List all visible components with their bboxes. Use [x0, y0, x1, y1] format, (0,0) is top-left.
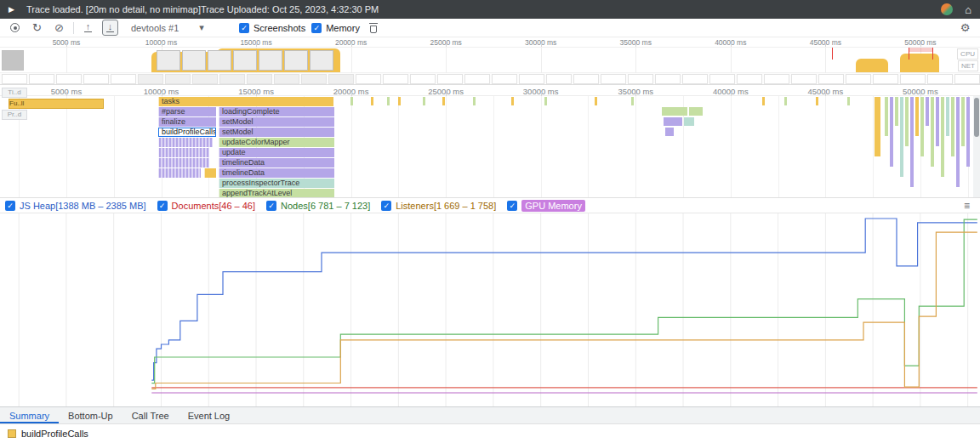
- activity-tick: [473, 97, 476, 105]
- flame-event-loadingcomplete[interactable]: loadingComplete: [219, 107, 334, 116]
- counter-item-gpu-memory: ✓GPU Memory: [507, 200, 585, 212]
- load-profile-button[interactable]: ↑: [80, 20, 96, 36]
- track-badge-1[interactable]: Fu..ll: [9, 99, 104, 109]
- filmstrip-frame[interactable]: [846, 74, 871, 84]
- overview-cpu-strip[interactable]: [0, 48, 980, 73]
- flame-gridline: [493, 96, 494, 197]
- filmstrip-frame[interactable]: [138, 74, 163, 84]
- flame-event-setmodel[interactable]: setModel: [219, 117, 334, 127]
- tab-bottom-up[interactable]: Bottom-Up: [59, 407, 122, 423]
- flame-event-block[interactable]: [158, 168, 201, 178]
- filmstrip-frame[interactable]: [791, 74, 817, 84]
- memory-checkbox[interactable]: ✓ Memory: [311, 23, 360, 33]
- timeline-overview[interactable]: 5000 ms10000 ms15000 ms20000 ms25000 ms3…: [0, 37, 980, 85]
- flame-event-tasks[interactable]: tasks: [158, 97, 333, 106]
- flame-event-parse[interactable]: #parse: [158, 107, 216, 116]
- flame-event-block[interactable]: [158, 148, 209, 157]
- filmstrip-frame[interactable]: [437, 74, 463, 84]
- filmstrip-frame[interactable]: [900, 74, 926, 84]
- filmstrip-frame[interactable]: [219, 74, 245, 84]
- counter-checkbox-listeners[interactable]: ✓: [381, 201, 391, 211]
- flame-event-block[interactable]: [158, 138, 213, 147]
- counter-checkbox-js-heap[interactable]: ✓: [5, 201, 15, 211]
- flame-event-block[interactable]: [204, 168, 216, 178]
- counter-checkbox-gpu-memory[interactable]: ✓: [507, 201, 517, 211]
- flame-event-setmodel[interactable]: setModel: [219, 128, 334, 137]
- flame-gridline: [541, 96, 542, 197]
- filmstrip-frame[interactable]: [301, 74, 327, 84]
- filmstrip-frame[interactable]: [519, 74, 544, 84]
- filmstrip-frame[interactable]: [2, 74, 27, 84]
- history-select[interactable]: devtools #1 ▾: [131, 22, 226, 33]
- filmstrip-frame[interactable]: [464, 74, 490, 84]
- track-badge-2[interactable]: Pr..d: [2, 110, 27, 120]
- filmstrip-frame[interactable]: [165, 74, 191, 84]
- time-tick-mark: [446, 92, 447, 96]
- avatar[interactable]: [941, 3, 953, 15]
- counter-checkbox-documents[interactable]: ✓: [157, 201, 168, 211]
- filmstrip-frame[interactable]: [682, 74, 708, 84]
- flame-event-timelinedata[interactable]: timelineData: [219, 158, 334, 168]
- memory-chart[interactable]: [0, 213, 980, 406]
- cpu-track-label: CPU: [957, 48, 978, 60]
- tab-call-tree[interactable]: Call Tree: [122, 407, 179, 423]
- time-tick-mark: [162, 92, 162, 96]
- settings-gear-icon[interactable]: ⚙: [957, 20, 973, 36]
- screenshots-checkbox[interactable]: ✓ Screenshots: [239, 23, 305, 33]
- screenshot-thumbnail: [310, 50, 333, 71]
- record-button[interactable]: [7, 20, 23, 36]
- filmstrip-frame[interactable]: [274, 74, 299, 84]
- flame-event-appendtrackatlevel[interactable]: appendTrackAtLevel: [219, 189, 334, 198]
- filmstrip-frame[interactable]: [655, 74, 681, 84]
- flame-scrollbar[interactable]: [973, 96, 980, 197]
- filmstrip-frame[interactable]: [927, 74, 953, 84]
- flame-chart[interactable]: 5000 ms10000 ms15000 ms20000 ms25000 ms3…: [0, 85, 980, 197]
- filmstrip-frame[interactable]: [764, 74, 789, 84]
- time-tick-mark: [66, 43, 67, 47]
- filmstrip-frame[interactable]: [737, 74, 762, 84]
- filmstrip-frame[interactable]: [709, 74, 735, 84]
- filmstrip-frame[interactable]: [192, 74, 218, 84]
- home-icon[interactable]: ⌂: [965, 3, 971, 16]
- filmstrip-frame[interactable]: [546, 74, 572, 84]
- filmstrip-frame[interactable]: [383, 74, 408, 84]
- reload-and-record-button[interactable]: ↻: [29, 20, 45, 36]
- filmstrip-frame[interactable]: [818, 74, 844, 84]
- filmstrip-frame[interactable]: [29, 74, 54, 84]
- flame-event-finalize[interactable]: finalize: [158, 117, 216, 127]
- filmstrip[interactable]: [0, 73, 980, 85]
- filmstrip-frame[interactable]: [56, 74, 82, 84]
- save-profile-button[interactable]: ↓: [102, 20, 118, 36]
- flame-event-updatecolormapper[interactable]: updateColorMapper: [219, 138, 334, 147]
- scrollbar-thumb[interactable]: [974, 98, 979, 137]
- filmstrip-frame[interactable]: [492, 74, 517, 84]
- trash-icon: [369, 23, 378, 33]
- tab-event-log[interactable]: Event Log: [179, 407, 240, 423]
- filmstrip-frame[interactable]: [873, 74, 898, 84]
- track-badge-0[interactable]: Ti..d: [2, 88, 27, 98]
- counter-label: Documents[46 – 46]: [172, 201, 255, 211]
- filmstrip-frame[interactable]: [328, 74, 354, 84]
- flame-event-block[interactable]: [158, 158, 209, 168]
- flame-event-buildprofilecalls[interactable]: buildProfileCalls: [158, 128, 216, 137]
- activity-bar: [920, 97, 924, 156]
- filmstrip-frame[interactable]: [410, 74, 436, 84]
- filmstrip-frame[interactable]: [111, 74, 136, 84]
- filmstrip-frame[interactable]: [83, 74, 109, 84]
- tab-summary[interactable]: Summary: [0, 407, 59, 423]
- filmstrip-frame[interactable]: [573, 74, 599, 84]
- filmstrip-frame[interactable]: [628, 74, 653, 84]
- filmstrip-frame[interactable]: [954, 74, 980, 84]
- clear-button[interactable]: ⊘: [51, 20, 67, 36]
- flame-event-update[interactable]: update: [219, 148, 334, 157]
- flame-event-processinspectortrace[interactable]: processInspectorTrace: [219, 179, 334, 188]
- long-task-marker: [832, 48, 833, 60]
- collect-garbage-button[interactable]: [366, 20, 382, 36]
- flame-event-timelinedata[interactable]: timelineData: [219, 168, 334, 178]
- play-icon[interactable]: ▶: [9, 5, 14, 14]
- filmstrip-frame[interactable]: [356, 74, 381, 84]
- filmstrip-frame[interactable]: [601, 74, 626, 84]
- filmstrip-frame[interactable]: [247, 74, 272, 84]
- overflow-menu-icon[interactable]: ≡: [964, 200, 970, 212]
- counter-checkbox-nodes[interactable]: ✓: [266, 201, 276, 211]
